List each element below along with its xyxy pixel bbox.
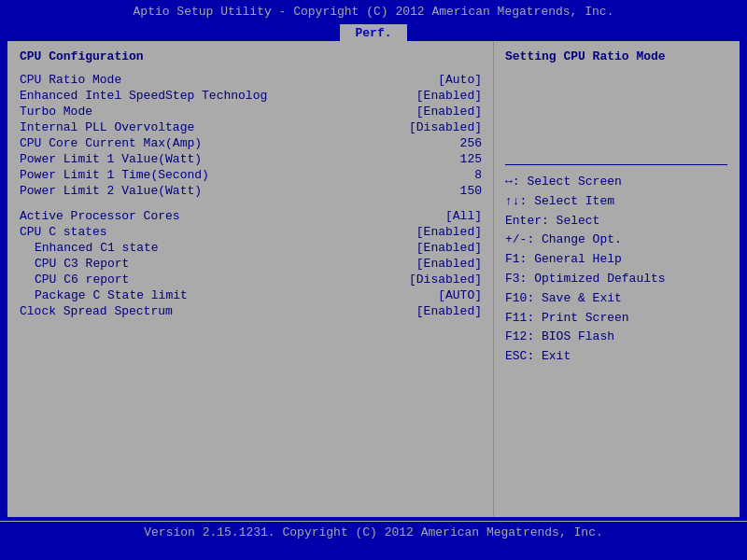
spacer-8 [20,200,482,209]
key-hint-3: +/-: Change Opt. [505,231,727,250]
right-panel: Setting CPU Ratio Mode ↔: Select Screen↑… [494,42,739,516]
header: Aptio Setup Utility - Copyright (C) 2012… [0,0,747,37]
header-title: Aptio Setup Utility - Copyright (C) 2012… [0,4,747,21]
key-hint-9: ESC: Exit [505,347,727,367]
key-hint-8: F12: BIOS Flash [505,328,727,347]
key-hints: ↔: Select Screen↑↓: Select ItemEnter: Se… [505,173,727,367]
config-value-4: 256 [460,136,482,150]
config-value-7: 150 [460,184,482,198]
config-value-3: [Disabled] [409,120,482,134]
footer-text: Version 2.15.1231. Copyright (C) 2012 Am… [144,525,602,539]
config-value-1: [Enabled] [416,89,482,103]
config-row-2[interactable]: Turbo Mode[Enabled] [20,105,482,119]
config-label-10: CPU C states [20,225,107,239]
config-row-3[interactable]: Internal PLL Overvoltage[Disabled] [20,120,482,134]
config-row-15[interactable]: Clock Spread Spectrum[Enabled] [20,304,482,318]
config-rows: CPU Ratio Mode[Auto]Enhanced Intel Speed… [20,73,482,318]
config-label-2: Turbo Mode [20,105,92,119]
config-label-6: Power Limit 1 Time(Second) [20,168,209,182]
tab-bar: Perf. [0,24,747,42]
config-value-0: [Auto] [438,73,482,87]
config-row-5[interactable]: Power Limit 1 Value(Watt)125 [20,152,482,166]
config-label-11: Enhanced C1 state [35,241,159,255]
config-value-14: [AUTO] [438,288,482,302]
config-row-11[interactable]: Enhanced C1 state[Enabled] [20,241,482,255]
key-hint-1: ↑↓: Select Item [505,192,727,212]
config-row-1[interactable]: Enhanced Intel SpeedStep Technolog[Enabl… [20,89,482,103]
config-row-12[interactable]: CPU C3 Report[Enabled] [20,257,482,271]
config-label-1: Enhanced Intel SpeedStep Technolog [20,89,267,103]
config-value-15: [Enabled] [416,304,482,318]
help-text: Setting CPU Ratio Mode [505,49,727,63]
key-hint-2: Enter: Select [505,212,727,231]
config-value-13: [Disabled] [409,273,482,287]
config-value-2: [Enabled] [416,105,482,119]
config-row-4[interactable]: CPU Core Current Max(Amp)256 [20,136,482,150]
key-hint-7: F11: Print Screen [505,309,727,329]
config-label-12: CPU C3 Report [35,257,129,271]
key-hint-5: F3: Optimized Defaults [505,270,727,289]
divider [505,164,727,165]
config-label-9: Active Processor Cores [20,209,180,223]
config-value-6: 8 [474,168,482,182]
section-title: CPU Configuration [20,49,482,63]
config-row-10[interactable]: CPU C states[Enabled] [20,225,482,239]
config-value-12: [Enabled] [416,257,482,271]
key-hint-6: F10: Save & Exit [505,289,727,309]
left-panel: CPU Configuration CPU Ratio Mode[Auto]En… [8,42,494,516]
config-row-14[interactable]: Package C State limit[AUTO] [20,288,482,302]
config-row-6[interactable]: Power Limit 1 Time(Second)8 [20,168,482,182]
active-tab[interactable]: Perf. [340,24,406,42]
config-row-9[interactable]: Active Processor Cores[All] [20,209,482,223]
config-row-7[interactable]: Power Limit 2 Value(Watt)150 [20,184,482,198]
footer: Version 2.15.1231. Copyright (C) 2012 Am… [0,521,747,547]
config-value-9: [All] [445,209,482,223]
config-row-13[interactable]: CPU C6 report[Disabled] [20,273,482,287]
config-label-5: Power Limit 1 Value(Watt) [20,152,202,166]
key-hint-4: F1: General Help [505,250,727,270]
config-label-4: CPU Core Current Max(Amp) [20,136,202,150]
key-hint-0: ↔: Select Screen [505,173,727,192]
config-label-3: Internal PLL Overvoltage [20,120,194,134]
config-label-13: CPU C6 report [35,273,129,287]
config-row-0[interactable]: CPU Ratio Mode[Auto] [20,73,482,87]
config-label-0: CPU Ratio Mode [20,73,121,87]
config-label-14: Package C State limit [35,288,188,302]
config-label-15: Clock Spread Spectrum [20,304,173,318]
config-label-7: Power Limit 2 Value(Watt) [20,184,202,198]
config-value-10: [Enabled] [416,225,482,239]
main-content: CPU Configuration CPU Ratio Mode[Auto]En… [7,41,740,517]
config-value-5: 125 [460,152,482,166]
config-value-11: [Enabled] [416,241,482,255]
